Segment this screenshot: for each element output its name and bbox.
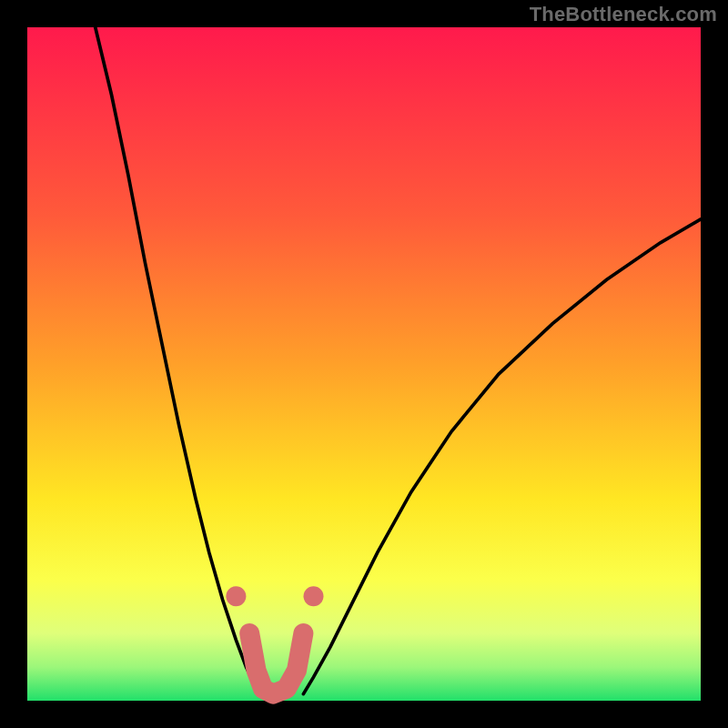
plot-area bbox=[27, 27, 701, 701]
chart-stage: TheBottleneck.com bbox=[0, 0, 728, 728]
valley-dot-right bbox=[304, 586, 324, 606]
bottleneck-chart bbox=[0, 0, 728, 728]
valley-dot-left bbox=[226, 586, 246, 606]
